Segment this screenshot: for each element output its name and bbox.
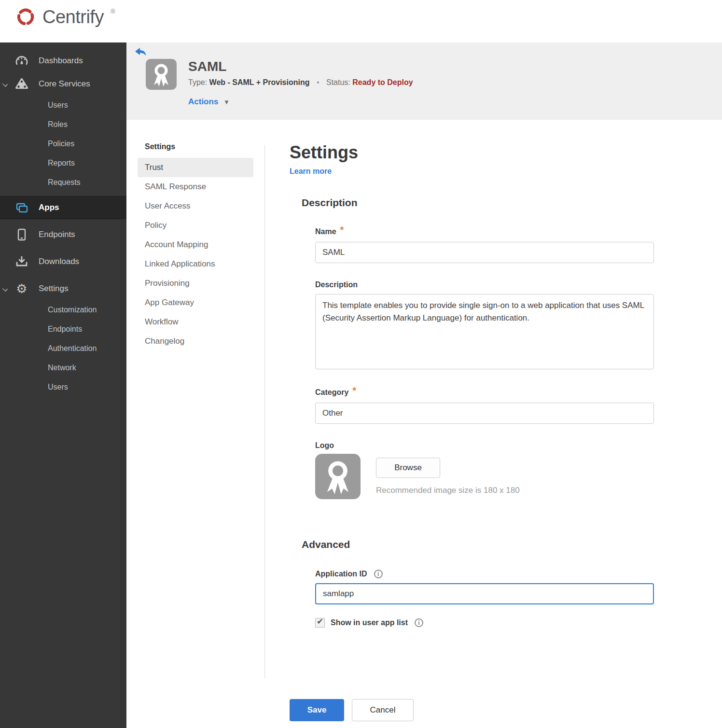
subnav-item-provisioning[interactable]: Provisioning (138, 274, 253, 293)
sidebar-item-dashboards[interactable]: Dashboards (0, 49, 126, 72)
subnav-item-user-access[interactable]: User Access (138, 196, 253, 216)
sidebar-item-label: Downloads (39, 257, 79, 266)
application-id-label: Application ID (315, 570, 367, 578)
sidebar-item-label: Apps (39, 203, 59, 212)
name-label: Name (315, 227, 336, 236)
checkmark-icon: ✔ (317, 616, 323, 627)
settings-subnav: Settings Trust SAML Response User Access… (138, 142, 253, 351)
sidebar-subitem-authentication[interactable]: Authentication (0, 339, 126, 358)
sidebar-item-label: Dashboards (39, 56, 83, 66)
info-icon[interactable]: i (374, 570, 383, 578)
subnav-item-changelog[interactable]: Changelog (138, 332, 253, 351)
sidebar-subitem-reports[interactable]: Reports (0, 154, 126, 173)
subnav-item-account-mapping[interactable]: Account Mapping (138, 235, 253, 254)
core-services-icon (14, 78, 29, 90)
show-in-user-app-list-label: Show in user app list (331, 618, 408, 627)
sidebar-subitem-users[interactable]: Users (0, 96, 126, 115)
sidebar-item-label: Endpoints (39, 230, 75, 239)
actions-label: Actions (188, 97, 218, 106)
sidebar-item-apps[interactable]: Apps (0, 196, 126, 219)
required-asterisk: * (340, 224, 344, 236)
app-title: SAML (188, 59, 226, 74)
back-arrow-icon[interactable] (134, 46, 147, 58)
subnav-item-trust[interactable]: Trust (138, 158, 253, 177)
category-input[interactable] (315, 403, 654, 424)
actions-dropdown[interactable]: Actions ▼ (188, 97, 230, 107)
sidebar-subitem-users[interactable]: Users (0, 378, 126, 397)
info-icon[interactable]: i (415, 618, 423, 627)
subnav-item-policy[interactable]: Policy (138, 216, 253, 235)
sidebar-subitem-customization[interactable]: Customization (0, 300, 126, 320)
chevron-down-icon[interactable] (2, 82, 8, 87)
show-in-user-app-list-checkbox[interactable]: ✔ (315, 618, 325, 628)
chevron-down-icon[interactable] (2, 286, 8, 292)
sidebar: Dashboards Core Services Users Roles Pol… (0, 42, 126, 728)
sidebar-item-downloads[interactable]: Downloads (0, 250, 126, 273)
brand-logo[interactable]: Centrify ® (14, 6, 114, 28)
subnav-header: Settings (138, 142, 253, 151)
subnav-item-workflow[interactable]: Workflow (138, 312, 253, 332)
type-value: Web - SAML + Provisioning (209, 78, 310, 86)
gauge-icon (14, 55, 29, 67)
sidebar-item-label: Settings (39, 284, 68, 294)
status-value: Ready to Deploy (352, 78, 413, 86)
logo-label-row: Logo (315, 441, 661, 450)
logo-row: Browse Recommended image size is 180 x 1… (315, 454, 661, 499)
sidebar-subitem-endpoints[interactable]: Endpoints (0, 320, 126, 339)
cancel-button[interactable]: Cancel (352, 699, 414, 721)
dot-separator: • (317, 78, 319, 86)
browse-button[interactable]: Browse (376, 458, 440, 478)
apps-icon (14, 202, 29, 213)
app-logo-badge (146, 59, 177, 90)
learn-more-link[interactable]: Learn more (290, 167, 332, 176)
download-icon (14, 256, 29, 267)
logo-size-hint: Recommended image size is 180 x 180 (376, 486, 520, 495)
name-label-row: Name * (315, 226, 661, 237)
application-id-label-row: Application ID i (315, 570, 661, 578)
sidebar-item-settings[interactable]: ⚙ Settings (0, 277, 126, 300)
category-label: Category (315, 388, 348, 397)
gear-icon: ⚙ (14, 282, 29, 295)
sidebar-subitem-requests[interactable]: Requests (0, 173, 126, 192)
subnav-item-app-gateway[interactable]: App Gateway (138, 293, 253, 312)
description-label: Description (315, 280, 358, 289)
name-input[interactable] (315, 242, 654, 263)
app-meta: Type: Web - SAML + Provisioning • Status… (188, 78, 413, 87)
show-in-user-app-list-row: ✔ Show in user app list i (315, 618, 661, 628)
application-id-input[interactable] (315, 583, 654, 604)
dropdown-arrow-icon: ▼ (223, 98, 230, 106)
advanced-section-heading: Advanced (302, 539, 661, 550)
brand-name: Centrify (42, 7, 104, 28)
description-label-row: Description (315, 280, 661, 289)
category-label-row: Category * (315, 387, 661, 398)
save-button[interactable]: Save (290, 699, 344, 721)
page: Centrify ® Dashboards (0, 0, 722, 728)
page-title: Settings (290, 120, 661, 163)
mobile-icon (14, 228, 29, 241)
logo-label: Logo (315, 441, 334, 450)
logo-preview-badge (315, 454, 361, 499)
subnav-item-saml-response[interactable]: SAML Response (138, 177, 253, 196)
subnav-item-linked-applications[interactable]: Linked Applications (138, 254, 253, 274)
type-label: Type: (188, 78, 207, 86)
description-section-heading: Description (302, 197, 661, 209)
sidebar-item-endpoints[interactable]: Endpoints (0, 223, 126, 246)
required-asterisk: * (352, 385, 356, 396)
sidebar-item-core-services[interactable]: Core Services (0, 72, 126, 96)
form-buttons: Save Cancel (290, 699, 661, 721)
vertical-divider (264, 145, 265, 678)
status-label: Status: (326, 78, 350, 86)
centrify-swirl-icon (14, 6, 37, 28)
description-textarea[interactable]: This template enables you to provide sin… (315, 294, 654, 369)
sidebar-subitem-policies[interactable]: Policies (0, 134, 126, 154)
sidebar-item-label: Core Services (39, 79, 90, 89)
sidebar-subitem-network[interactable]: Network (0, 358, 126, 378)
app-header: SAML Type: Web - SAML + Provisioning • S… (126, 42, 722, 120)
registered-mark: ® (111, 8, 115, 15)
top-bar: Centrify ® (0, 0, 722, 42)
sidebar-subitem-roles[interactable]: Roles (0, 115, 126, 134)
settings-form: Settings Learn more Description Name * D… (290, 120, 661, 721)
